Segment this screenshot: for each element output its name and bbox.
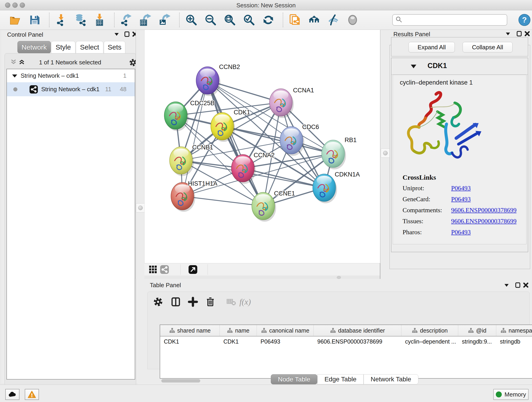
float-panel-icon[interactable] xyxy=(515,30,523,38)
column-header-canonical-name[interactable]: canonical name xyxy=(257,325,314,336)
export-network-icon[interactable] xyxy=(120,13,133,27)
table-cell[interactable]: 9606.ENSP00000378699 xyxy=(314,338,401,345)
expand-all-button[interactable]: Expand All xyxy=(409,42,455,52)
toolbar-separator xyxy=(180,264,181,275)
table-cell[interactable]: CDK1 xyxy=(220,338,257,345)
crosslink-link[interactable]: 9606.ENSP00000378699 xyxy=(451,217,516,225)
import-network-file-icon[interactable] xyxy=(55,13,68,27)
node-label: CCNE1 xyxy=(274,190,295,197)
zoom-fit-icon[interactable] xyxy=(223,13,236,27)
network-graph[interactable]: CCNB2 CCNA1 CDC25B CDK1 CDC6 R xyxy=(145,30,380,263)
search-field[interactable] xyxy=(392,14,507,26)
network-edge[interactable] xyxy=(208,80,263,206)
tree-expander-icon[interactable] xyxy=(12,74,17,78)
network-edge[interactable] xyxy=(182,80,208,196)
export-image-icon[interactable] xyxy=(158,13,171,27)
collapse-all-button[interactable]: Collapse All xyxy=(462,42,513,52)
column-header-namespac[interactable]: namespac xyxy=(496,325,532,336)
tab-select[interactable]: Select xyxy=(76,41,103,53)
network-node-ccnb2[interactable]: CCNB2 xyxy=(196,64,240,96)
table-panel: Table Panel f(x) shared namenamecanonica… xyxy=(138,279,532,385)
column-header-id[interactable]: @id xyxy=(458,325,496,336)
column-header-database-identifier[interactable]: database identifier xyxy=(314,325,401,336)
close-panel-icon[interactable] xyxy=(523,30,531,38)
network-node-cdkn1a[interactable]: CDKN1A xyxy=(313,171,360,203)
network-node-rb1[interactable]: RB1 xyxy=(322,137,357,169)
left-splitter-grip[interactable] xyxy=(136,203,145,212)
refresh-icon[interactable] xyxy=(262,13,275,27)
tab-edge-table[interactable]: Edge Table xyxy=(317,374,364,384)
zoom-out-icon[interactable] xyxy=(204,13,217,27)
save-session-icon[interactable] xyxy=(28,13,41,27)
crosslink-link[interactable]: P06493 xyxy=(451,185,471,192)
copy-view-icon[interactable] xyxy=(288,13,302,27)
tab-network[interactable]: Network xyxy=(17,41,51,53)
table-horizontal-scrollbar[interactable] xyxy=(161,379,200,383)
table-cell[interactable]: stringdb xyxy=(496,338,532,345)
tab-network-table[interactable]: Network Table xyxy=(364,374,418,384)
network-node-ccnb1[interactable]: CCNB1 xyxy=(170,144,213,176)
tab-sets[interactable]: Sets xyxy=(104,41,125,53)
tab-node-table[interactable]: Node Table xyxy=(271,374,317,384)
zoom-in-icon[interactable] xyxy=(185,13,198,27)
network-node-cdk1[interactable]: CDK1 xyxy=(211,109,250,142)
export-table-icon[interactable] xyxy=(139,13,152,27)
table-cell[interactable]: P06493 xyxy=(257,338,314,345)
gene-section-header[interactable]: CDK1 xyxy=(391,58,528,75)
column-header-shared-name[interactable]: shared name xyxy=(160,325,220,336)
table-cell[interactable]: stringdb:9... xyxy=(458,338,496,345)
memory-button[interactable]: Memory xyxy=(493,389,529,400)
column-header-description[interactable]: description xyxy=(401,325,458,336)
table-cell[interactable]: cyclin–dependent ... xyxy=(401,338,458,345)
table-header-row[interactable]: shared namenamecanonical namedatabase id… xyxy=(160,325,532,337)
right-splitter-grip[interactable] xyxy=(381,148,390,158)
create-column-icon[interactable] xyxy=(187,296,199,308)
tab-style[interactable]: Style xyxy=(51,41,75,53)
import-table-icon[interactable] xyxy=(93,13,106,27)
open-file-icon[interactable] xyxy=(9,13,22,27)
table-cell[interactable]: CDK1 xyxy=(160,338,220,345)
table-row[interactable]: CDK1CDK1P064939606.ENSP00000378699cyclin… xyxy=(160,337,532,346)
toolbar-separator xyxy=(179,13,180,27)
network-canvas[interactable]: CCNB2 CCNA1 CDC25B CDK1 CDC6 R xyxy=(144,30,380,263)
close-panel-icon[interactable] xyxy=(522,281,530,289)
network-node-hist1h1a[interactable]: HIST1H1A xyxy=(171,180,217,212)
column-header-name[interactable]: name xyxy=(220,325,257,336)
float-panel-icon[interactable] xyxy=(123,30,131,38)
horizontal-splitter-grip[interactable] xyxy=(337,276,341,279)
right-splitter[interactable] xyxy=(380,30,390,279)
crosslink-link[interactable]: P06493 xyxy=(451,229,471,236)
section-collapse-triangle-icon[interactable] xyxy=(411,64,417,70)
network-tree-row[interactable]: String Network – cdk11 xyxy=(7,69,135,82)
network-node-ccne1[interactable]: CCNE1 xyxy=(252,190,295,222)
open-in-new-window-icon[interactable] xyxy=(188,265,197,274)
search-input[interactable] xyxy=(402,17,500,23)
warnings-button[interactable] xyxy=(25,389,39,400)
first-neighbors-icon[interactable] xyxy=(307,13,321,27)
horizontal-splitter[interactable] xyxy=(144,275,380,279)
toolbar-separator xyxy=(208,264,208,275)
crosslink-link[interactable]: P06493 xyxy=(451,196,471,203)
show-columns-icon[interactable] xyxy=(170,296,182,308)
network-tree-row[interactable]: String Network – cdk111 48 xyxy=(7,82,135,96)
left-splitter[interactable] xyxy=(136,30,145,279)
crosslinks-title: CrossLinks xyxy=(403,173,516,181)
collapse-panel-icon[interactable] xyxy=(113,30,120,38)
crosslinks-block: CrossLinks Uniprot: P06493GeneCard: P064… xyxy=(403,173,516,240)
birdseye-view-icon[interactable] xyxy=(148,265,158,274)
collapse-panel-icon[interactable] xyxy=(503,281,510,289)
show-all-icon[interactable] xyxy=(346,13,359,27)
collapse-panel-icon[interactable] xyxy=(504,30,512,38)
help-button[interactable]: ? xyxy=(518,14,531,26)
float-panel-icon[interactable] xyxy=(514,281,522,289)
node-table[interactable]: shared namenamecanonical namedatabase id… xyxy=(160,325,532,379)
zoom-selected-icon[interactable] xyxy=(242,13,256,27)
crosslink-link[interactable]: 9606.ENSP00000378699 xyxy=(451,206,516,214)
hide-selected-icon[interactable] xyxy=(327,13,340,27)
delete-column-icon[interactable] xyxy=(204,296,216,308)
table-settings-gear-icon[interactable] xyxy=(152,296,164,308)
import-network-database-icon[interactable] xyxy=(74,13,87,27)
network-node-cdc6[interactable]: CDC6 xyxy=(280,123,319,156)
column-header-label: database identifier xyxy=(338,327,385,334)
cloud-button[interactable] xyxy=(5,389,19,400)
